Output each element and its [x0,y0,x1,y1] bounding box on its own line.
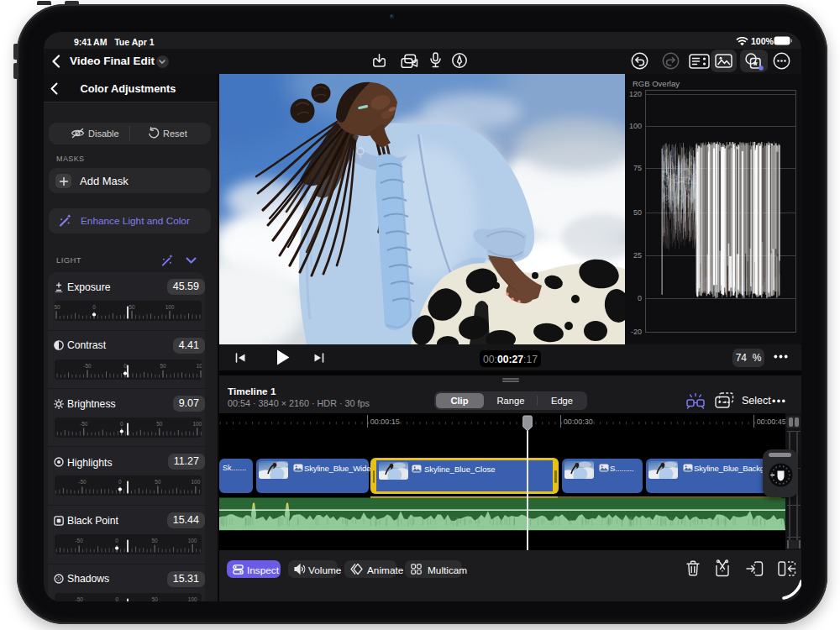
svg-text:-50: -50 [76,596,84,602]
svg-text:-50: -50 [83,363,92,369]
svg-text:0: 0 [123,363,127,369]
svg-text:0: 0 [115,596,118,602]
svg-text:50: 50 [156,421,163,427]
svg-text:100: 100 [188,538,197,543]
svg-text:0: 0 [118,479,122,485]
svg-text:-50: -50 [75,538,83,543]
svg-text:0: 0 [120,421,123,427]
svg-text:50: 50 [152,538,159,543]
svg-text:100: 100 [197,363,202,369]
svg-text:50: 50 [160,363,166,369]
svg-text:0: 0 [115,538,118,543]
svg-text:50: 50 [152,596,159,602]
svg-text:50: 50 [155,479,161,485]
svg-text:0: 0 [92,304,96,310]
svg-text:100: 100 [192,479,201,485]
svg-text:-50: -50 [80,421,88,427]
svg-text:100: 100 [188,596,197,602]
svg-text:50: 50 [129,304,135,310]
svg-text:-50: -50 [78,479,87,485]
svg-text:-50: -50 [55,304,60,310]
svg-text:100: 100 [192,421,202,427]
svg-text:100: 100 [165,304,175,310]
